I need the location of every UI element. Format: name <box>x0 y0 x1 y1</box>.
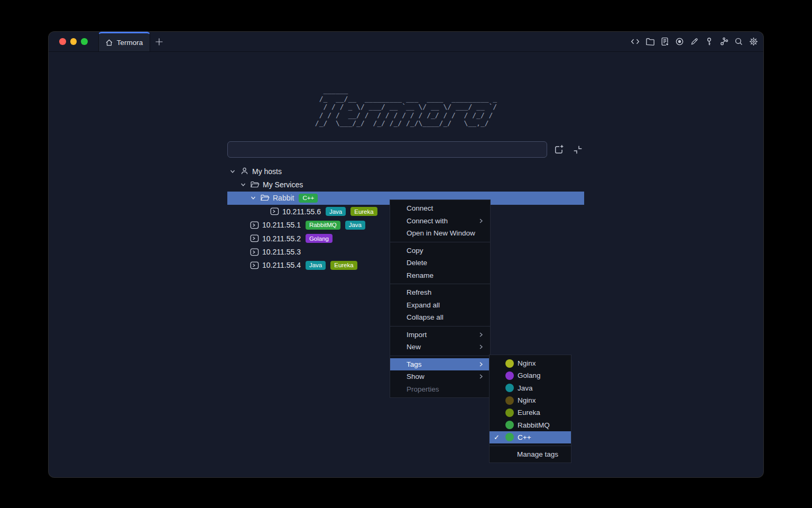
tag-color-dot <box>505 396 514 405</box>
host-icon <box>250 221 259 229</box>
tag-color-dot <box>505 421 514 429</box>
tag-color-dot <box>505 433 514 441</box>
tag-badge: RabbitMQ <box>306 221 340 230</box>
tag-badge: Java <box>345 221 365 230</box>
user-icon <box>239 167 249 176</box>
tag-color-dot <box>505 359 514 368</box>
host-icon <box>250 261 259 269</box>
tag-badge: C++ <box>299 194 318 203</box>
tag-item-rabbitmq[interactable]: RabbitMQ <box>490 419 571 431</box>
traffic-lights <box>49 32 88 51</box>
minimize-button[interactable] <box>70 38 77 45</box>
search-icon[interactable] <box>734 37 743 46</box>
tag-item-nginx-2[interactable]: Nginx <box>490 394 571 406</box>
search-row <box>227 141 584 158</box>
menu-item-connect-with[interactable]: Connect with <box>390 215 490 228</box>
menu-item-copy[interactable]: Copy <box>390 244 490 257</box>
menu-item-show[interactable]: Show <box>390 370 490 383</box>
tree-item-label: Rabbit <box>273 194 294 202</box>
menu-item-expand-all[interactable]: Expand all <box>390 299 490 312</box>
tree-row-my-services[interactable]: My Services <box>227 178 584 191</box>
menu-item-refresh[interactable]: Refresh <box>390 286 490 299</box>
tag-item-java[interactable]: Java <box>490 382 571 394</box>
tag-color-dot <box>505 409 514 417</box>
app-window: Termora <box>49 32 763 477</box>
menu-item-delete[interactable]: Delete <box>390 257 490 269</box>
tree-item-label: My Services <box>263 180 303 189</box>
edit-icon[interactable] <box>690 37 699 46</box>
chevron-down-icon[interactable] <box>250 195 256 201</box>
tag-badge: Golang <box>306 234 333 243</box>
menu-item-connect[interactable]: Connect <box>390 202 490 215</box>
record-icon[interactable] <box>675 37 684 46</box>
tree-item-label: 10.211.55.3 <box>262 248 301 256</box>
menu-item-tags[interactable]: Tags <box>390 358 490 371</box>
menu-separator <box>390 356 490 356</box>
tag-badge: Java <box>306 261 326 270</box>
menu-separator <box>490 446 571 446</box>
collapse-all-icon[interactable] <box>573 144 583 155</box>
menu-item-properties: Properties <box>390 383 490 396</box>
tag-item-golang[interactable]: Golang <box>490 369 571 382</box>
menu-separator <box>390 326 490 326</box>
tag-badge: Java <box>326 207 346 216</box>
context-menu: Connect Connect with Open in New Window … <box>390 199 491 398</box>
code-icon[interactable] <box>631 37 640 46</box>
tag-badge: Eureka <box>350 207 377 216</box>
keychain-icon[interactable] <box>719 37 728 46</box>
home-icon <box>105 39 113 47</box>
tags-submenu: Nginx Golang Java Nginx Eureka RabbitMQ … <box>489 355 571 463</box>
tab-label: Termora <box>117 39 143 47</box>
settings-icon[interactable] <box>749 37 758 46</box>
titlebar: Termora <box>49 32 763 52</box>
menu-item-import[interactable]: Import <box>390 329 490 341</box>
menu-item-new[interactable]: New <box>390 341 490 353</box>
submenu-arrow-icon <box>478 374 484 379</box>
toolbar <box>631 32 763 51</box>
log-icon[interactable] <box>660 37 669 46</box>
tree-row-my-hosts[interactable]: My hosts <box>227 165 584 178</box>
add-host-icon[interactable] <box>554 144 564 155</box>
tag-color-dot <box>505 384 514 392</box>
folder-icon[interactable] <box>645 37 654 46</box>
new-tab-button[interactable] <box>150 32 168 51</box>
tag-badge: Eureka <box>330 261 357 270</box>
submenu-arrow-icon <box>478 218 484 224</box>
key-icon[interactable] <box>705 37 714 46</box>
chevron-down-icon[interactable] <box>229 168 236 175</box>
tree-item-label: 10.211.55.6 <box>282 207 321 216</box>
host-icon <box>250 234 259 242</box>
folder-open-icon <box>260 194 270 202</box>
tag-item-cpp[interactable]: ✓ C++ <box>490 431 571 443</box>
menu-item-rename[interactable]: Rename <box>390 269 490 282</box>
tab-termora[interactable]: Termora <box>98 32 150 51</box>
check-icon: ✓ <box>494 433 505 441</box>
host-icon <box>250 248 259 256</box>
chevron-down-icon[interactable] <box>240 182 246 188</box>
submenu-arrow-icon <box>478 344 484 350</box>
menu-separator <box>390 284 490 284</box>
tag-color-dot <box>505 371 514 380</box>
menu-item-collapse-all[interactable]: Collapse all <box>390 311 490 324</box>
zoom-button[interactable] <box>81 38 88 45</box>
tree-item-label: 10.211.55.2 <box>262 234 301 243</box>
folder-open-icon <box>250 180 260 189</box>
menu-separator <box>390 242 490 242</box>
tree-item-label: My hosts <box>252 167 282 176</box>
tree-item-label: 10.211.55.1 <box>262 221 301 229</box>
close-button[interactable] <box>59 38 66 45</box>
tag-item-nginx[interactable]: Nginx <box>490 357 571 369</box>
submenu-arrow-icon <box>478 332 484 338</box>
tag-item-eureka[interactable]: Eureka <box>490 406 571 419</box>
search-input[interactable] <box>227 141 547 158</box>
menu-item-open-in-new-window[interactable]: Open in New Window <box>390 227 490 240</box>
tree-item-label: 10.211.55.4 <box>262 261 301 269</box>
menu-item-manage-tags[interactable]: Manage tags <box>490 448 571 460</box>
ascii-logo: ______ /_ __/__ _________ ___ ____ _____… <box>315 86 497 128</box>
submenu-arrow-icon <box>478 361 484 367</box>
host-icon <box>270 207 279 215</box>
